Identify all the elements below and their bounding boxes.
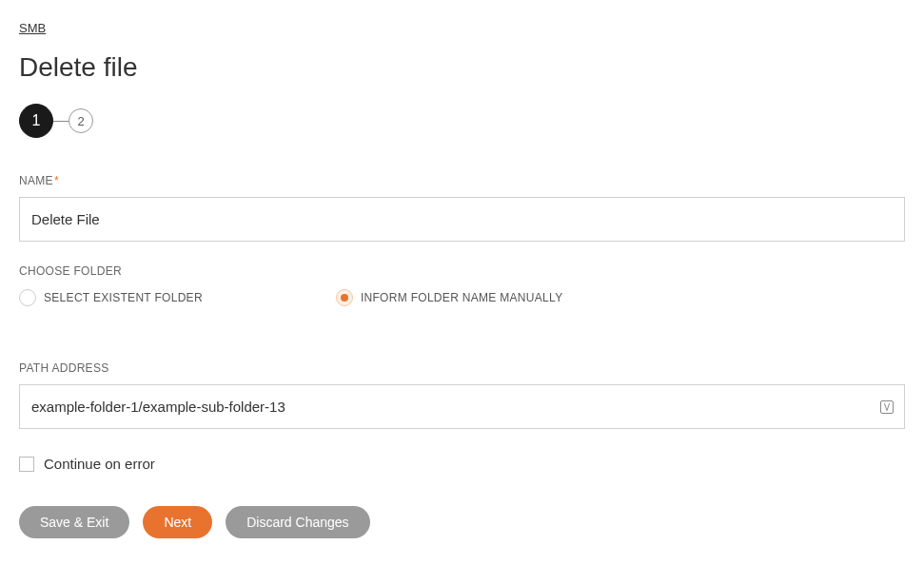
radio-label-inform-manually: INFORM FOLDER NAME MANUALLY — [361, 291, 563, 304]
button-row: Save & Exit Next Discard Changes — [19, 506, 905, 538]
path-address-input[interactable] — [19, 384, 905, 429]
field-name: NAME* — [19, 174, 905, 242]
required-star-icon: * — [54, 174, 59, 187]
radio-circle-selected — [336, 289, 353, 306]
choose-folder-label: CHOOSE FOLDER — [19, 264, 905, 278]
name-label-text: NAME — [19, 174, 53, 187]
page-title: Delete file — [19, 52, 905, 83]
radio-select-existent-folder[interactable]: SELECT EXISTENT FOLDER — [19, 289, 203, 306]
continue-on-error-checkbox-row[interactable]: Continue on error — [19, 456, 905, 472]
continue-on-error-label: Continue on error — [44, 456, 155, 472]
discard-changes-button[interactable]: Discard Changes — [226, 506, 369, 538]
step-connector — [53, 121, 69, 122]
name-label: NAME* — [19, 174, 905, 187]
variable-icon[interactable] — [878, 399, 895, 416]
continue-on-error-checkbox — [19, 457, 34, 472]
name-input[interactable] — [19, 197, 905, 242]
next-button[interactable]: Next — [143, 506, 212, 538]
choose-folder-radio-group: SELECT EXISTENT FOLDER INFORM FOLDER NAM… — [19, 289, 905, 306]
step-2[interactable]: 2 — [69, 108, 93, 133]
save-exit-button[interactable]: Save & Exit — [19, 506, 129, 538]
path-address-label: PATH ADDRESS — [19, 361, 905, 375]
breadcrumb[interactable]: SMB — [19, 21, 46, 35]
stepper: 1 2 — [19, 104, 905, 138]
field-choose-folder: CHOOSE FOLDER SELECT EXISTENT FOLDER INF… — [19, 264, 905, 306]
radio-label-select-existent: SELECT EXISTENT FOLDER — [44, 291, 203, 304]
radio-inform-folder-manually[interactable]: INFORM FOLDER NAME MANUALLY — [336, 289, 563, 306]
radio-circle-unselected — [19, 289, 36, 306]
step-1[interactable]: 1 — [19, 104, 53, 138]
svg-rect-0 — [881, 400, 894, 413]
field-path-address: PATH ADDRESS — [19, 361, 905, 429]
